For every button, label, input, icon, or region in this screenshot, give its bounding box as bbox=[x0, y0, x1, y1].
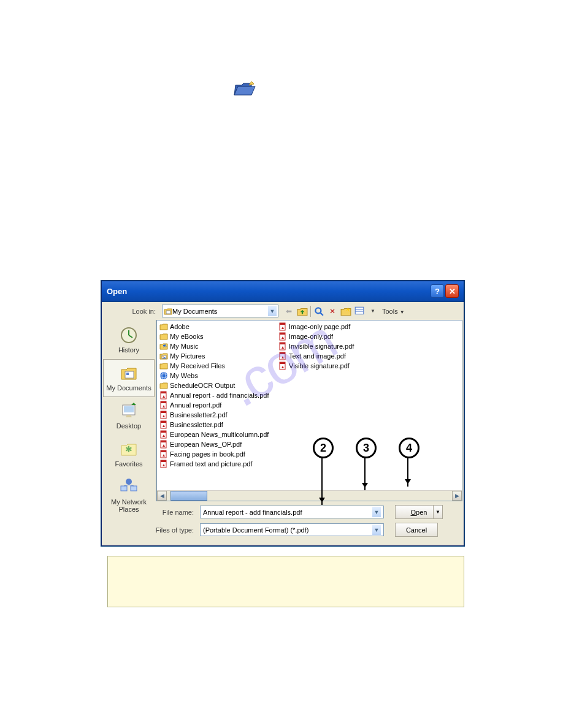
scroll-left-icon[interactable]: ◀ bbox=[157, 491, 167, 501]
chevron-down-icon: ▼ bbox=[372, 507, 381, 517]
file-name: My Webs bbox=[170, 372, 198, 379]
places-mydocuments-label: My Documents bbox=[104, 384, 154, 392]
views-arrow-icon[interactable]: ▼ bbox=[367, 306, 378, 317]
new-folder-icon[interactable] bbox=[340, 306, 351, 317]
file-item[interactable]: My Received Files bbox=[159, 361, 276, 371]
delete-icon[interactable]: ✕ bbox=[327, 306, 338, 317]
open-dialog: Open ? ✕ Look in: My Documents ▼ ⬅ ✕ ▼ T… bbox=[101, 281, 464, 546]
filetype-dropdown[interactable]: (Portable Document Format) (*.pdf) ▼ bbox=[200, 523, 384, 536]
file-name: Invisible signature.pdf bbox=[289, 343, 354, 350]
places-favorites[interactable]: ✱ Favorites bbox=[103, 435, 155, 473]
svg-rect-31 bbox=[161, 421, 166, 423]
places-desktop[interactable]: Desktop bbox=[103, 397, 155, 435]
views-icon[interactable] bbox=[354, 306, 365, 317]
svg-rect-14 bbox=[121, 486, 127, 491]
svg-line-2 bbox=[320, 313, 323, 316]
file-name: Businessletter2.pdf bbox=[170, 411, 228, 419]
dialog-title: Open bbox=[107, 287, 429, 296]
help-button[interactable]: ? bbox=[431, 284, 444, 298]
file-name: Adobe bbox=[170, 323, 190, 330]
places-mydocuments[interactable]: My Documents bbox=[103, 359, 155, 397]
svg-point-20 bbox=[163, 356, 164, 357]
file-item[interactable]: European News_multicolumn.pdf bbox=[159, 430, 276, 439]
file-item[interactable]: My Pictures bbox=[159, 351, 276, 361]
file-list[interactable]: AdobeMy eBooksMy MusicMy PicturesMy Rece… bbox=[156, 320, 462, 501]
lookin-row: Look in: My Documents ▼ ⬅ ✕ ▼ Tools ▼ bbox=[102, 302, 464, 320]
places-history[interactable]: History bbox=[103, 321, 155, 359]
filename-input[interactable]: Annual report - add financials.pdf ▼ bbox=[200, 506, 384, 518]
file-name: My Received Files bbox=[170, 362, 225, 370]
file-item[interactable]: Visible signature.pdf bbox=[278, 361, 383, 371]
svg-rect-33 bbox=[161, 431, 166, 433]
places-history-label: History bbox=[104, 346, 154, 354]
svg-rect-41 bbox=[280, 323, 285, 325]
svg-rect-25 bbox=[161, 392, 166, 393]
file-item[interactable]: Annual report.pdf bbox=[159, 400, 276, 410]
filetype-label: Files of type: bbox=[102, 526, 200, 534]
callout-2-arrow bbox=[321, 457, 323, 505]
file-name: My Music bbox=[170, 343, 198, 350]
file-item[interactable]: European News_OP.pdf bbox=[159, 439, 276, 449]
file-name: Image-only.pdf bbox=[289, 333, 333, 340]
svg-rect-3 bbox=[355, 307, 364, 314]
chevron-down-icon: ▼ bbox=[372, 525, 381, 535]
file-item[interactable]: Invisible signature.pdf bbox=[278, 341, 383, 351]
horizontal-scrollbar[interactable]: ◀ ▶ bbox=[157, 490, 462, 501]
svg-rect-43 bbox=[280, 333, 285, 335]
search-icon[interactable] bbox=[313, 306, 324, 317]
svg-text:✱: ✱ bbox=[125, 444, 132, 454]
svg-rect-10 bbox=[126, 373, 129, 375]
callout-4: 4 bbox=[399, 438, 419, 458]
filename-value: Annual report - add financials.pdf bbox=[203, 509, 302, 516]
callout-4-arrow bbox=[407, 457, 408, 487]
cancel-button[interactable]: Cancel bbox=[395, 523, 438, 537]
file-name: Annual report - add financials.pdf bbox=[170, 392, 269, 399]
file-item[interactable]: Businessletter.pdf bbox=[159, 420, 276, 430]
file-item[interactable]: Adobe bbox=[159, 322, 276, 332]
file-item[interactable]: Businessletter2.pdf bbox=[159, 410, 276, 420]
file-item[interactable]: ScheduleOCR Output bbox=[159, 381, 276, 390]
tools-menu[interactable]: Tools ▼ bbox=[381, 308, 405, 315]
back-icon[interactable]: ⬅ bbox=[283, 306, 294, 317]
file-name: Annual report.pdf bbox=[170, 401, 221, 409]
dialog-body: History My Documents Desktop ✱ Favorites… bbox=[102, 320, 464, 501]
scroll-right-icon[interactable]: ▶ bbox=[452, 491, 462, 501]
file-name: ScheduleOCR Output bbox=[170, 382, 235, 389]
note-box bbox=[107, 556, 464, 607]
file-item[interactable]: My Webs bbox=[159, 371, 276, 381]
file-name: Framed text and picture.pdf bbox=[170, 460, 253, 468]
file-item[interactable]: Image-only.pdf bbox=[278, 332, 383, 341]
close-button[interactable]: ✕ bbox=[445, 284, 459, 298]
file-item[interactable]: My eBooks bbox=[159, 332, 276, 341]
title-bar[interactable]: Open ? ✕ bbox=[102, 281, 464, 302]
svg-rect-45 bbox=[280, 343, 285, 344]
svg-rect-12 bbox=[124, 406, 134, 412]
file-name: Facing pages in book.pdf bbox=[170, 450, 245, 458]
file-name: My Pictures bbox=[170, 352, 205, 360]
open-folder-icon bbox=[232, 77, 256, 101]
svg-rect-37 bbox=[161, 450, 166, 452]
open-split-arrow-icon[interactable]: ▼ bbox=[433, 506, 442, 518]
file-item[interactable]: Annual report - add financials.pdf bbox=[159, 390, 276, 400]
scroll-track[interactable] bbox=[167, 491, 452, 501]
up-folder-icon[interactable] bbox=[297, 306, 308, 317]
file-item[interactable]: Text and image.pdf bbox=[278, 351, 383, 361]
callout-2: 2 bbox=[313, 438, 334, 458]
file-name: Image-only page.pdf bbox=[289, 323, 350, 330]
svg-point-21 bbox=[160, 372, 167, 379]
places-bar: History My Documents Desktop ✱ Favorites… bbox=[102, 320, 156, 501]
svg-rect-15 bbox=[131, 486, 137, 491]
toolbar-icons: ⬅ ✕ ▼ Tools ▼ bbox=[283, 306, 405, 317]
svg-point-1 bbox=[315, 308, 321, 313]
file-item[interactable]: Facing pages in book.pdf bbox=[159, 449, 276, 459]
places-favorites-label: Favorites bbox=[104, 460, 154, 468]
bottom-controls: File name: Annual report - add financial… bbox=[102, 501, 464, 545]
open-button[interactable]: Open ▼ bbox=[395, 505, 443, 519]
file-item[interactable]: Framed text and picture.pdf bbox=[159, 459, 276, 469]
svg-rect-47 bbox=[280, 352, 285, 354]
callout-3: 3 bbox=[356, 438, 377, 458]
filetype-value: (Portable Document Format) (*.pdf) bbox=[203, 526, 308, 534]
file-item[interactable]: My Music bbox=[159, 341, 276, 351]
file-item[interactable]: Image-only page.pdf bbox=[278, 322, 383, 332]
lookin-dropdown[interactable]: My Documents ▼ bbox=[162, 305, 278, 317]
